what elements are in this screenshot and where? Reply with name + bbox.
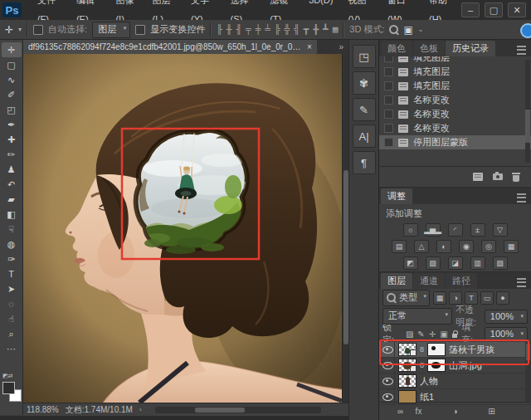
layer-row[interactable]: 纸1 bbox=[379, 389, 531, 405]
distribute-center-icon[interactable]: ╋ bbox=[313, 24, 319, 35]
path-select-tool[interactable]: ➤ bbox=[2, 281, 22, 296]
align-right-icon[interactable]: ╢ bbox=[236, 24, 241, 35]
channel-mixer-icon[interactable]: ◎ bbox=[481, 240, 496, 253]
brush-settings-panel-icon[interactable]: ✎ bbox=[353, 98, 376, 121]
panel-menu-icon[interactable] bbox=[517, 193, 526, 203]
invert-icon[interactable]: ◩ bbox=[403, 256, 418, 270]
filter-smart-objects-icon[interactable]: ● bbox=[496, 291, 509, 305]
distribute-top-icon[interactable]: ╠ bbox=[275, 24, 280, 35]
search-icon[interactable] bbox=[389, 25, 398, 34]
tab-close-icon[interactable]: × bbox=[307, 42, 312, 51]
history-state-row[interactable]: 名称更改 bbox=[379, 107, 531, 121]
lasso-tool[interactable]: ∿ bbox=[2, 72, 22, 87]
layer-mask-thumbnail[interactable] bbox=[427, 359, 446, 372]
new-layer-icon[interactable]: ⊞ bbox=[487, 407, 497, 416]
layer-row[interactable]: 8 山洞.jpg bbox=[379, 358, 531, 374]
properties-panel-icon[interactable]: ◳ bbox=[353, 45, 376, 68]
lock-artboard-icon[interactable]: ▣ bbox=[440, 330, 447, 339]
status-expand-icon[interactable]: › bbox=[139, 406, 142, 413]
link-layers-icon[interactable]: ∞ bbox=[396, 407, 406, 416]
panel-menu-icon[interactable] bbox=[517, 46, 526, 55]
history-state-row[interactable]: 停用图层蒙版 bbox=[379, 135, 531, 149]
photo-filter-icon[interactable]: ◉ bbox=[459, 240, 474, 253]
history-source-checkbox[interactable] bbox=[384, 56, 393, 62]
canvas-horizontal-scrollbar[interactable] bbox=[155, 407, 321, 413]
layer-style-icon[interactable]: fx bbox=[414, 407, 424, 416]
more-tools[interactable]: ⋯ bbox=[2, 341, 22, 356]
eye-cell[interactable] bbox=[381, 342, 395, 357]
distribute-right-icon[interactable]: ┻ bbox=[323, 24, 329, 35]
levels-icon[interactable]: ▂▅▂ bbox=[426, 223, 441, 237]
panel-tab[interactable]: 历史记录 bbox=[446, 41, 495, 56]
scrollbar-thumb[interactable] bbox=[525, 110, 530, 143]
black-white-icon[interactable]: ◐ bbox=[436, 240, 451, 253]
layers-scrollbar[interactable] bbox=[525, 342, 531, 402]
distribute-left-icon[interactable]: ┳ bbox=[304, 24, 309, 35]
filter-type-layers-icon[interactable]: T bbox=[465, 291, 478, 305]
filter-kind-dropdown[interactable]: 类型 bbox=[382, 290, 430, 306]
delete-state-icon[interactable] bbox=[513, 175, 519, 182]
blend-mode-dropdown[interactable]: 正常 bbox=[382, 308, 452, 325]
workspace-icon[interactable]: ▣ bbox=[403, 24, 412, 36]
opacity-dropdown[interactable]: 100% bbox=[485, 310, 528, 324]
eye-cell[interactable] bbox=[381, 374, 395, 388]
auto-select-dropdown[interactable]: 图层 bbox=[92, 22, 130, 38]
history-source-checkbox[interactable] bbox=[384, 138, 393, 147]
lock-transparency-icon[interactable]: ▨ bbox=[406, 330, 413, 339]
panel-tab[interactable]: 图层 bbox=[381, 273, 412, 289]
type-tool[interactable]: T bbox=[2, 266, 22, 281]
crop-tool[interactable]: ◰ bbox=[2, 102, 22, 117]
align-left-icon[interactable]: ╟ bbox=[217, 24, 222, 35]
tab-adjustments[interactable]: 调整 bbox=[381, 188, 412, 204]
gradient-tool[interactable]: ◧ bbox=[2, 207, 22, 222]
move-tool[interactable]: ✛ bbox=[2, 42, 22, 57]
align-center-h-icon[interactable]: ╫ bbox=[227, 24, 232, 35]
layer-thumbnail[interactable] bbox=[398, 374, 417, 388]
new-snapshot-icon[interactable] bbox=[493, 173, 503, 180]
curves-icon[interactable]: ◜ bbox=[448, 223, 463, 237]
history-scrollbar[interactable] bbox=[525, 60, 530, 163]
zoom-level[interactable]: 118.88% bbox=[27, 405, 59, 414]
brightness-contrast-icon[interactable]: ☼ bbox=[403, 223, 418, 237]
align-top-icon[interactable]: ╤ bbox=[246, 24, 251, 35]
filter-shape-layers-icon[interactable]: ▭ bbox=[480, 291, 494, 305]
pen-tool[interactable]: ✑ bbox=[2, 252, 22, 266]
paragraph-panel-icon[interactable]: ¶ bbox=[353, 151, 376, 174]
auto-select-checkbox[interactable] bbox=[33, 25, 43, 35]
lock-all-icon[interactable] bbox=[452, 334, 457, 338]
character-panel-icon[interactable]: A| bbox=[353, 125, 376, 148]
lock-paint-icon[interactable]: ✎ bbox=[417, 330, 424, 339]
hand-tool[interactable]: ☝ bbox=[2, 311, 22, 326]
threshold-icon[interactable]: ◪ bbox=[448, 256, 463, 270]
document-tab[interactable]: df96135c78862094f724e8c9e1cdfb42001.jpg@… bbox=[23, 40, 317, 54]
shape-tool[interactable]: ◌ bbox=[2, 296, 22, 311]
canvas-vertical-scrollbar[interactable] bbox=[342, 54, 348, 403]
align-bottom-icon[interactable]: ╧ bbox=[265, 24, 270, 35]
clone-stamp-tool[interactable]: ♟ bbox=[2, 162, 22, 177]
selective-color-icon[interactable]: ▨ bbox=[493, 256, 508, 270]
panel-tab[interactable]: 色板 bbox=[413, 41, 445, 56]
history-state-row[interactable]: 名称更改 bbox=[379, 93, 531, 107]
hue-saturation-icon[interactable]: ▤ bbox=[392, 240, 407, 253]
eraser-tool[interactable]: ▰ bbox=[2, 192, 22, 207]
move-tool-icon[interactable]: ✛ bbox=[5, 24, 13, 36]
layer-mask-thumbnail[interactable] bbox=[427, 343, 446, 356]
minimize-button[interactable]: – bbox=[461, 2, 480, 17]
align-middle-icon[interactable]: ╪ bbox=[256, 24, 261, 35]
auto-align-icon[interactable]: ▦ bbox=[333, 24, 339, 35]
color-balance-icon[interactable]: △ bbox=[414, 240, 429, 253]
distribute-bottom-icon[interactable]: ╣ bbox=[294, 24, 300, 35]
history-state-row[interactable]: 名称更改 bbox=[379, 121, 531, 135]
history-source-checkbox[interactable] bbox=[384, 110, 393, 119]
new-adjustment-layer-icon[interactable]: ◑ bbox=[451, 407, 460, 416]
filter-pixel-layers-icon[interactable]: ▦ bbox=[433, 291, 446, 305]
layer-row[interactable]: 人物 bbox=[379, 374, 531, 389]
marquee-tool[interactable]: ▢ bbox=[2, 57, 22, 72]
panel-tab[interactable]: 路径 bbox=[446, 273, 477, 289]
foreground-color-swatch[interactable] bbox=[2, 382, 15, 394]
smudge-tool[interactable]: ☟ bbox=[2, 222, 22, 237]
history-state-row[interactable]: 填充图层 bbox=[379, 65, 531, 79]
gradient-map-icon[interactable]: ▥ bbox=[470, 256, 485, 270]
history-source-checkbox[interactable] bbox=[384, 124, 393, 133]
dodge-tool[interactable]: ◍ bbox=[2, 237, 22, 252]
